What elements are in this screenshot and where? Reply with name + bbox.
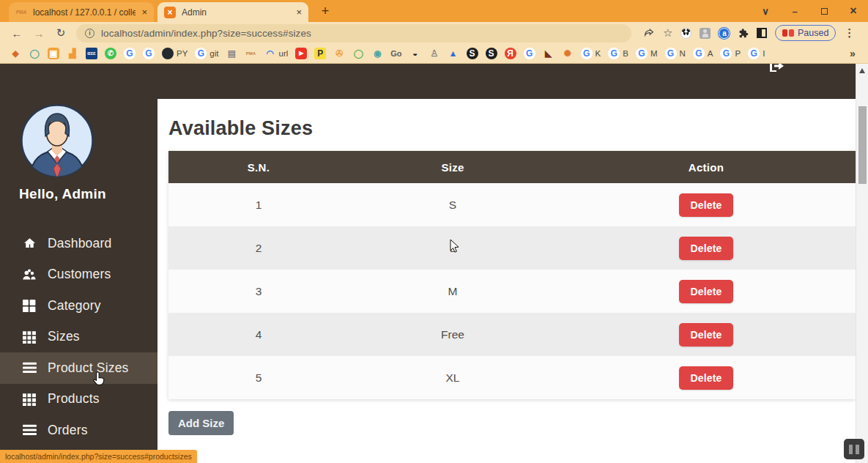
bookmark-item[interactable]: ◉ [371, 48, 383, 59]
panda-extension-icon[interactable] [680, 28, 691, 39]
bookmark-item[interactable]: S [467, 48, 478, 59]
bookmark-item[interactable]: ▤ [226, 48, 238, 59]
add-size-button[interactable]: Add Size [168, 411, 234, 435]
bookmark-label: git [209, 49, 218, 58]
bookmark-item[interactable]: P [314, 48, 326, 59]
bookmark-item[interactable]: ✺ [562, 48, 574, 59]
download-paused-button[interactable]: Paused [775, 25, 836, 41]
sidebar-item-sizes[interactable]: Sizes [0, 322, 157, 353]
forward-icon[interactable]: → [29, 27, 48, 40]
bookmark-item[interactable]: Go [390, 48, 401, 59]
toolbar-right: ☆ a Paused ⋮ [643, 25, 855, 41]
sidebar-item-label: Product Sizes [48, 360, 129, 376]
bookmark-label: url [279, 49, 289, 58]
cell-action: Delete [557, 356, 856, 399]
bookmark-item[interactable]: GP [720, 48, 741, 59]
bookmark-item[interactable]: » [847, 48, 858, 59]
kebab-menu-icon[interactable]: ⋮ [844, 26, 855, 40]
bookmark-item[interactable]: G [524, 48, 535, 59]
tab-close-icon[interactable]: × [296, 7, 302, 18]
bookmark-item[interactable]: ▲ [448, 48, 459, 59]
extensions-puzzle-icon[interactable] [738, 28, 749, 39]
bookmark-item[interactable]: GI [748, 48, 765, 59]
bookmark-item[interactable]: ◠url [264, 48, 289, 59]
bookmark-label: M [650, 49, 658, 58]
bookmark-label: B [623, 49, 628, 58]
address-bar[interactable]: i localhost/admin/index.php?size=success… [76, 24, 631, 42]
new-tab-button[interactable]: + [316, 1, 335, 21]
sidebar-item-dashboard[interactable]: Dashboard [0, 228, 157, 259]
bookmark-item[interactable]: GN [665, 48, 686, 59]
bookmark-item[interactable]: ◯ [29, 48, 40, 59]
bookmark-item[interactable]: ◣ [543, 48, 554, 59]
bookmark-item[interactable]: IEEE [86, 48, 97, 59]
share-icon[interactable] [643, 27, 655, 39]
bookmark-item[interactable]: GB [608, 48, 628, 59]
a-extension-icon[interactable]: a [719, 28, 730, 39]
chevron-down-icon[interactable]: ∨ [751, 6, 780, 17]
delete-button[interactable]: Delete [679, 323, 732, 347]
bookmark-item[interactable]: ◯ [352, 48, 364, 59]
tab-close-icon[interactable]: × [141, 7, 147, 18]
go-bookmark: Go [390, 48, 401, 59]
bookmark-star-icon[interactable]: ☆ [663, 26, 672, 40]
bookmark-label: K [596, 49, 601, 58]
cell-sn: 1 [168, 183, 349, 226]
sidebar-item-customers[interactable]: Customers [0, 259, 157, 291]
bookmark-item[interactable]: ◒ [409, 48, 421, 59]
bookmark-item[interactable]: Я [505, 48, 516, 59]
scrollbar-thumb[interactable] [858, 106, 867, 184]
sidebar-item-orders[interactable]: Orders [0, 415, 157, 446]
ieee-icon: IEEE [86, 48, 97, 59]
delete-button[interactable]: Delete [679, 237, 732, 260]
scrollbar-up-arrow-icon[interactable] [859, 68, 865, 73]
sidebar-item-category[interactable]: Category [0, 290, 157, 322]
bookmark-item[interactable]: Ggit [195, 48, 218, 59]
sidebar-item-label: Sizes [48, 329, 80, 344]
bookmark-item[interactable]: GA [693, 48, 713, 59]
bookmark-item[interactable]: ▶ [295, 48, 307, 59]
back-icon[interactable]: ← [7, 27, 26, 40]
cell-sn: 5 [168, 356, 349, 399]
maximize-button[interactable] [809, 8, 839, 15]
close-window-button[interactable]: × [839, 4, 868, 18]
delete-button[interactable]: Delete [679, 280, 732, 303]
minimize-button[interactable]: – [780, 6, 809, 17]
url-text[interactable]: localhost/admin/index.php?size=success#s… [101, 28, 311, 39]
bookmark-item[interactable]: G [124, 48, 136, 59]
s-badge-icon: S [467, 48, 478, 59]
scrollbar[interactable] [856, 64, 868, 463]
site-info-icon[interactable]: i [85, 29, 94, 38]
sidebar-item-products[interactable]: Products [0, 384, 157, 415]
bookmark-item[interactable]: ▣ [48, 48, 59, 59]
logout-icon[interactable] [768, 64, 788, 72]
person-extension-icon[interactable] [700, 28, 711, 39]
bookmark-item[interactable]: G [143, 48, 155, 59]
cell-sn: 4 [168, 313, 349, 356]
video-pause-button[interactable] [844, 439, 864, 459]
column-header-size: Size [349, 151, 557, 183]
bookmark-item[interactable]: ◆ [10, 48, 21, 59]
bookmark-item[interactable]: GK [581, 48, 601, 59]
bookmark-item[interactable]: ✆ [105, 48, 116, 59]
bookmark-item[interactable]: GM [636, 48, 658, 59]
google-icon: G [720, 48, 732, 59]
sidebar-item-product-sizes[interactable]: Product Sizes [0, 352, 157, 384]
screenshot-icon: ▣ [48, 48, 59, 59]
bookmark-item[interactable]: ▟ [67, 48, 78, 59]
cell-size: M [349, 270, 557, 313]
sidebar-item-label: Customers [48, 267, 111, 282]
tab-admin[interactable]: × Admin × [157, 2, 308, 22]
google-icon: G [608, 48, 620, 59]
bookmark-item[interactable]: PMA [245, 48, 257, 59]
delete-button[interactable]: Delete [679, 193, 732, 217]
bookmark-item[interactable]: ✇ [333, 48, 345, 59]
tab-phpmyadmin[interactable]: PMA localhost / 127.0.0.1 / collection × [9, 2, 154, 22]
delete-button[interactable]: Delete [679, 366, 732, 390]
bookmark-item[interactable]: S [486, 48, 497, 59]
bookmark-item[interactable]: ♙ [429, 48, 440, 59]
bookmark-item[interactable]: PY [162, 48, 188, 59]
reload-icon[interactable]: ↻ [51, 26, 70, 40]
reading-list-icon[interactable] [757, 28, 767, 38]
analytics-icon: ▟ [67, 48, 78, 59]
